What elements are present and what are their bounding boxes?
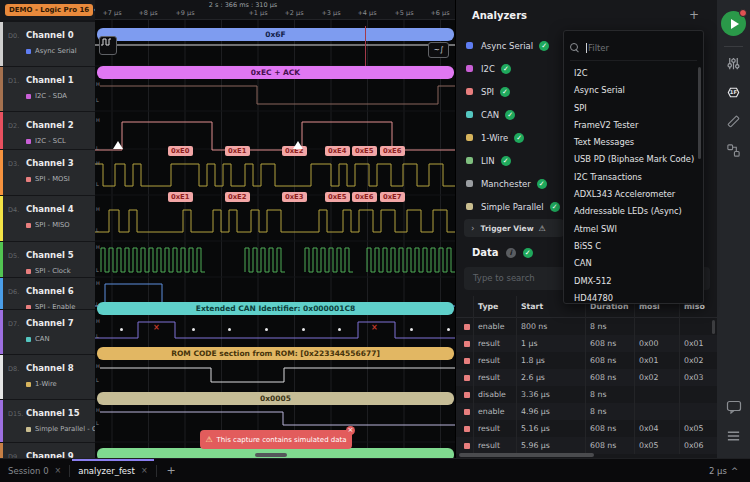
table-horizontal-scrollbar[interactable] <box>459 453 594 457</box>
channel-color-stripe <box>0 400 3 442</box>
analyzer-option[interactable]: SPI <box>564 100 705 117</box>
channel-row[interactable]: D7. Channel 7 CAN <box>0 310 95 354</box>
analyzer-option[interactable]: Addressable LEDs (Async) <box>564 203 705 220</box>
channel-row[interactable]: D3. Channel 3 SPI - MOSI <box>0 150 95 195</box>
right-toolbar: 1F <box>717 0 750 458</box>
table-row[interactable]: enable 800 ns 8 ns <box>456 318 718 335</box>
new-tab-icon[interactable]: + <box>167 464 176 477</box>
level-low: L <box>96 268 99 273</box>
table-row[interactable]: disable 3.36 µs 8 ns <box>456 386 718 403</box>
row-analyzer-swatch <box>456 386 473 403</box>
table-row[interactable]: result 1 µs 608 ns 0x00 0x01 <box>456 335 718 352</box>
toast-text: This capture contains simulated data <box>217 436 347 444</box>
level-low: L <box>96 334 99 339</box>
analyzer-option[interactable]: I2C Transactions <box>564 169 705 186</box>
channel-row[interactable]: D6. Channel 6 SPI - Enable <box>0 278 95 309</box>
channel-row[interactable]: D2. Channel 2 I2C - SCL <box>0 112 95 149</box>
cell-duration: 608 ns <box>585 437 634 454</box>
timing-scale-control[interactable]: 2 µs ^ <box>709 466 738 476</box>
horizontal-scrollbar[interactable] <box>255 453 287 457</box>
annotation-bar-i2c[interactable]: 0xEC + ACK <box>97 66 454 79</box>
channel-row[interactable]: D5. Channel 5 SPI - Clock <box>0 242 95 277</box>
byte-label[interactable]: 0xE6 <box>380 146 405 156</box>
info-icon[interactable]: i <box>506 248 516 258</box>
table-row[interactable]: result 2.6 µs 608 ns 0x02 0x03 <box>456 369 718 386</box>
close-icon[interactable]: × <box>55 466 62 475</box>
table-vertical-scrollbar[interactable] <box>712 320 715 334</box>
channel-row[interactable]: D15. Channel 15 Simple Parallel - Clo... <box>0 400 95 442</box>
signal-preview-icon[interactable] <box>99 36 117 55</box>
table-row[interactable]: enable 4.96 µs 8 ns <box>456 403 718 420</box>
annotation-bar-parallel[interactable]: 0x0005 <box>97 392 454 405</box>
analyzer-color-swatch <box>26 337 31 342</box>
cell-miso: 0x05 <box>679 420 718 437</box>
channel-row[interactable]: D4. Channel 4 SPI - MISO <box>0 196 95 241</box>
annotation-bar-can[interactable]: Extended CAN Identifier: 0x000001C8 <box>97 302 454 315</box>
table-row[interactable]: result 5.96 µs 608 ns 0x05 0x06 <box>456 437 718 454</box>
cell-type: result <box>473 420 516 437</box>
row-analyzer-swatch <box>456 335 473 352</box>
annotation-bar-async[interactable]: 0x6F <box>97 28 454 41</box>
level-low: L <box>96 378 99 383</box>
analyzer-option[interactable]: HD44780 <box>564 290 705 307</box>
tab-analyzer-fest[interactable]: analyzer_fest × <box>70 459 155 482</box>
byte-label[interactable]: 0xE0 <box>168 146 193 156</box>
analyzer-option[interactable]: I2C <box>564 65 705 82</box>
analyzer-option[interactable]: BiSS C <box>564 238 705 255</box>
byte-label[interactable]: 0xE1 <box>225 146 250 156</box>
tab-session-0[interactable]: Session 0 × <box>0 459 69 482</box>
add-analyzer-icon[interactable]: + <box>689 8 699 22</box>
channel-row[interactable]: D1. Channel 1 I2C - SDA <box>0 67 95 111</box>
ruler-tick: +3 µs <box>316 9 346 17</box>
cell-miso: 0x06 <box>679 437 718 454</box>
byte-label[interactable]: 0xE4 <box>325 146 350 156</box>
timing-cursor[interactable] <box>365 26 366 66</box>
annotations-icon[interactable] <box>725 398 742 415</box>
table-row[interactable]: result 1.8 µs 608 ns 0x01 0x02 <box>456 352 718 369</box>
analyzer-color-swatch <box>26 139 31 144</box>
table-row[interactable]: result 5.16 µs 608 ns 0x04 0x05 <box>456 420 718 437</box>
waveform-pane[interactable]: 0x6F 0xEC + ACK Extended CAN Identifier:… <box>95 20 455 458</box>
channel-name: Channel 6 <box>26 286 74 296</box>
level-high: H <box>96 408 100 413</box>
byte-label[interactable]: 0xE5 <box>352 146 377 156</box>
byte-label[interactable]: 0xE7 <box>380 192 405 202</box>
analyzer-option[interactable]: USB PD (Biphase Mark Code) <box>564 151 705 168</box>
analyzer-option[interactable]: Atmel SWI <box>564 221 705 238</box>
channel-name: Channel 15 <box>26 408 80 418</box>
byte-label[interactable]: 0xE3 <box>282 192 307 202</box>
analyzer-option[interactable]: FrameV2 Tester <box>564 117 705 134</box>
trigger-view-row[interactable]: › Trigger View ⚠ <box>464 219 564 237</box>
annotation-bar-1wire[interactable]: ROM CODE section from ROM: [0x2233445566… <box>97 347 454 360</box>
byte-label[interactable]: 0xE2 <box>225 192 250 202</box>
dropdown-scrollbar[interactable] <box>698 67 701 159</box>
analyzer-option[interactable]: ADXL343 Accelerometer <box>564 186 705 203</box>
byte-label[interactable]: 0xE1 <box>168 192 193 202</box>
filter-input[interactable]: Filter <box>570 35 697 61</box>
menu-icon[interactable] <box>725 427 742 444</box>
toast-close-icon[interactable]: × <box>346 426 355 435</box>
analyzer-option[interactable]: Async Serial <box>564 82 705 99</box>
analyzer-option[interactable]: Text Messages <box>564 134 705 151</box>
measure-icon[interactable] <box>725 113 742 130</box>
analog-toggle-icon[interactable]: ~∫ <box>428 42 449 58</box>
byte-label[interactable]: 0xE6 <box>352 192 377 202</box>
device-settings-icon[interactable] <box>725 55 742 72</box>
channel-row[interactable]: D0. Channel 0 Async Serial <box>0 22 95 66</box>
capture-mode-icon[interactable]: 1F <box>725 84 742 101</box>
channel-row[interactable]: D8. Channel 8 1-Wire <box>0 355 95 399</box>
analyzer-option[interactable]: DMX-512 <box>564 273 705 290</box>
start-capture-button[interactable] <box>721 11 746 36</box>
analyzer-color-dot <box>466 157 473 164</box>
timeline-ruler[interactable]: 2 s : 366 ms : 310 µs +7 µs+8 µs+9 µs +1… <box>95 0 455 20</box>
channel-name: Channel 9 <box>26 451 74 458</box>
col-type[interactable]: Type <box>473 296 516 318</box>
channel-row[interactable]: D9. Channel 9 <box>0 443 95 458</box>
device-badge[interactable]: DEMO - Logic Pro 16 <box>5 4 93 16</box>
byte-label[interactable]: 0xE5 <box>325 192 350 202</box>
absolute-timestamp: 2 s : 366 ms : 310 µs <box>183 1 303 9</box>
close-icon[interactable]: × <box>141 466 148 475</box>
channel-analyzer-label: I2C - SDA <box>35 92 67 100</box>
analyzer-option[interactable]: CAN <box>564 255 705 272</box>
extensions-icon[interactable] <box>725 142 742 159</box>
